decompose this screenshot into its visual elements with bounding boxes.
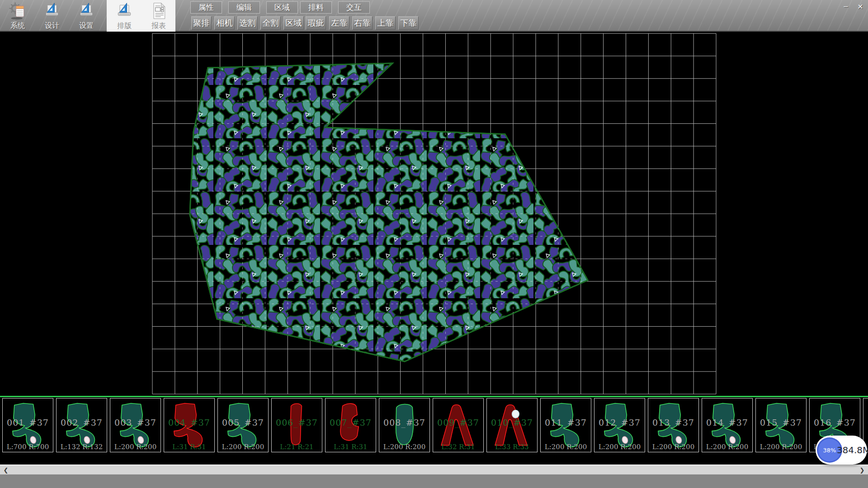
piece-id: 006_#37 xyxy=(272,418,322,427)
piece-id: 007_#37 xyxy=(326,418,376,427)
piece-sizes: L:31 R:31 xyxy=(164,443,214,451)
piece-id: 002_#37 xyxy=(57,418,107,427)
piece-thumbnail[interactable]: 004_#37 L:31 R:31 xyxy=(164,398,215,452)
minimize-button[interactable]: ─ xyxy=(840,2,852,11)
piece-sizes: L:200 R:200 xyxy=(702,443,752,451)
piece-id: 012_#37 xyxy=(594,418,645,427)
piece-filmstrip: 001_#37 L:700 R:700 002_#37 L:132 R:132 … xyxy=(0,397,868,455)
close-button[interactable]: ✕ xyxy=(854,2,866,11)
piece-id: 010_#37 xyxy=(487,418,537,427)
status-strip xyxy=(0,474,868,488)
piece-sizes: L:31 R:31 xyxy=(326,443,376,451)
toolbar-tab-report[interactable]: 报表 xyxy=(144,0,174,31)
usage-percent: 38% xyxy=(823,447,836,454)
action-align-bottom[interactable]: 下靠 xyxy=(398,16,419,30)
piece-id: 004_#37 xyxy=(164,418,214,427)
toolbar-tab-label: 报表 xyxy=(151,21,166,31)
piece-sizes: L:700 R:700 xyxy=(3,443,53,451)
piece-id: 015_#37 xyxy=(756,418,806,427)
piece-id: 003_#37 xyxy=(110,418,160,427)
piece-sizes: L:21 R:21 xyxy=(272,443,322,451)
action-cluster-nest[interactable]: 聚排 xyxy=(191,16,212,30)
system-icon xyxy=(9,2,27,21)
nesting-icon xyxy=(115,2,133,21)
piece-id: 001_#37 xyxy=(3,418,53,427)
piece-sizes: L:132 R:132 xyxy=(57,443,107,451)
piece-thumbnail[interactable]: 013_#37 L:200 R:200 xyxy=(648,398,699,452)
piece-sizes: L:200 R:200 xyxy=(594,443,645,451)
toolbar-tab-system[interactable]: 系统 xyxy=(3,0,33,31)
action-camera[interactable]: 相机 xyxy=(214,16,235,30)
scroll-left-icon[interactable]: ❮ xyxy=(1,465,11,474)
menu-tab-region[interactable]: 区域 xyxy=(266,1,298,14)
piece-id: 014_#37 xyxy=(702,418,752,427)
piece-sizes: L:200 R:200 xyxy=(218,443,268,451)
piece-thumbnail[interactable]: 012_#37 L:200 R:200 xyxy=(594,398,645,452)
piece-id: 013_#37 xyxy=(648,418,698,427)
piece-id: 017_#37 xyxy=(863,418,868,427)
piece-sizes: L:200 R:200 xyxy=(541,443,591,451)
toolbar-tab-settings[interactable]: 设置 xyxy=(71,0,101,31)
menu-tab-properties[interactable]: 属性 xyxy=(190,1,222,14)
menu-tab-interact[interactable]: 交互 xyxy=(338,1,370,14)
piece-sizes: L:200 R:200 xyxy=(756,443,806,451)
action-select-cut[interactable]: 选割 xyxy=(237,16,258,30)
piece-sizes: L:200 R:200 xyxy=(110,443,160,451)
action-region[interactable]: 区域 xyxy=(283,16,304,30)
piece-thumbnail[interactable]: 009_#37 L:32 R:31 xyxy=(433,398,484,452)
action-defect[interactable]: 瑕疵 xyxy=(306,16,326,30)
action-cut-all[interactable]: 全割 xyxy=(260,16,281,30)
settings-icon xyxy=(77,2,95,21)
action-align-top[interactable]: 上靠 xyxy=(375,16,396,30)
action-align-right[interactable]: 右靠 xyxy=(352,16,373,30)
piece-id: 008_#37 xyxy=(379,418,429,427)
toolbar-tab-label: 系统 xyxy=(10,21,25,31)
piece-id: 009_#37 xyxy=(433,418,483,427)
memory-value: 384.8M xyxy=(844,436,863,465)
piece-thumbnail[interactable]: 010_#37 L:33 R:33 xyxy=(486,398,538,452)
design-icon xyxy=(43,2,61,21)
piece-thumbnail[interactable]: 006_#37 L:21 R:21 xyxy=(271,398,322,452)
titlebar: 系统 设计 设置 排版 xyxy=(0,0,868,32)
piece-thumbnail[interactable]: 008_#37 L:200 R:200 xyxy=(379,398,430,452)
toolbar-tab-label: 设置 xyxy=(79,21,94,31)
nesting-canvas[interactable] xyxy=(0,32,868,396)
menu-tab-edit[interactable]: 编辑 xyxy=(228,1,260,14)
report-icon xyxy=(150,2,168,21)
horizontal-scrollbar[interactable]: ❮ ❯ xyxy=(0,465,868,474)
memory-badge: 38% 384.8M xyxy=(816,436,867,465)
piece-id: 005_#37 xyxy=(218,418,268,427)
toolbar-tab-label: 设计 xyxy=(45,21,59,31)
piece-id: 011_#37 xyxy=(541,418,591,427)
toolbar-tab-label: 排版 xyxy=(117,21,132,31)
piece-id: 016_#37 xyxy=(810,418,860,427)
scroll-right-icon[interactable]: ❯ xyxy=(857,465,867,474)
piece-sizes: L:32 R:31 xyxy=(433,443,483,451)
menu-tab-nest[interactable]: 排料 xyxy=(300,1,332,14)
piece-thumbnail[interactable]: 001_#37 L:700 R:700 xyxy=(2,398,53,452)
piece-thumbnail[interactable]: 002_#37 L:132 R:132 xyxy=(56,398,107,452)
piece-sizes: L:200 R:200 xyxy=(379,443,429,451)
piece-thumbnail[interactable]: 003_#37 L:200 R:200 xyxy=(110,398,161,452)
piece-thumbnail[interactable]: 007_#37 L:31 R:31 xyxy=(325,398,376,452)
action-align-left[interactable]: 左靠 xyxy=(329,16,349,30)
piece-sizes: L:33 R:33 xyxy=(487,443,537,451)
piece-thumbnail[interactable]: 011_#37 L:200 R:200 xyxy=(540,398,591,452)
toolbar-tab-nesting[interactable]: 排版 xyxy=(109,0,139,31)
piece-thumbnail[interactable]: 005_#37 L:200 R:200 xyxy=(217,398,269,452)
piece-thumbnail[interactable]: 014_#37 L:200 R:200 xyxy=(702,398,753,452)
toolbar-tab-design[interactable]: 设计 xyxy=(37,0,67,31)
piece-thumbnail[interactable]: 015_#37 L:200 R:200 xyxy=(755,398,807,452)
piece-sizes: L:200 R:200 xyxy=(648,443,698,451)
